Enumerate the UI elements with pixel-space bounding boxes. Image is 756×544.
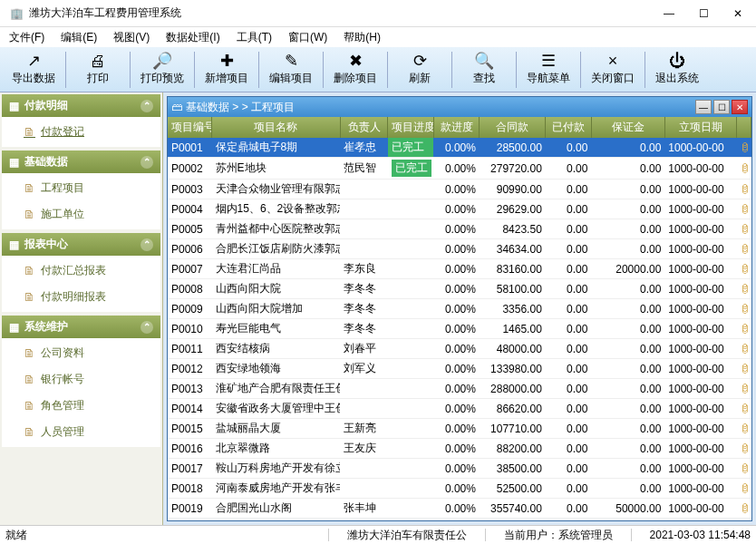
sidebar-item[interactable]: 🗎工程项目 — [2, 175, 160, 201]
search-button[interactable]: 🔍查找 — [458, 49, 510, 91]
cell-row-icon[interactable]: 🛢 — [736, 439, 751, 459]
child-maximize-button[interactable]: ☐ — [713, 100, 730, 114]
column-header[interactable]: 项目编号 — [168, 117, 212, 138]
doc-icon: 🗎 — [24, 208, 35, 221]
sidebar-item[interactable]: 🗎施工单位 — [2, 201, 160, 228]
sidebar-item[interactable]: 🗎付款明细报表 — [2, 284, 160, 310]
cell-row-icon[interactable]: 🛢 — [736, 479, 751, 499]
table-row[interactable]: P0016北京翠微路王友庆0.00%88200.000.000.001000-0… — [168, 439, 751, 459]
menu-item[interactable]: 工具(T) — [237, 30, 272, 45]
print-button[interactable]: 🖨打印 — [72, 49, 124, 91]
cell-progress — [388, 199, 434, 219]
column-header[interactable]: 款进度 — [433, 117, 480, 138]
table-row[interactable]: P0002苏州E地块范民智已完工0.00%279720.000.000.0010… — [168, 158, 751, 180]
menu-item[interactable]: 数据处理(I) — [166, 30, 219, 45]
cell-row-icon[interactable]: 🛢 — [736, 239, 751, 259]
table-row[interactable]: P0015盐城丽晶大厦王新亮0.00%107710.000.000.001000… — [168, 419, 751, 439]
sidebar-group-header[interactable]: ▦报表中心⌃ — [2, 233, 160, 256]
cell-contract-amount: 28500.00 — [480, 138, 546, 158]
table-row[interactable]: P0020潍坊特钢厂张丰坤0.00%90600.000.000.001000-0… — [168, 519, 751, 521]
table-row[interactable]: P0008山西向阳大院李冬冬0.00%58100.000.000.001000-… — [168, 279, 751, 299]
child-minimize-button[interactable]: — — [695, 100, 712, 114]
refresh-button[interactable]: ⟳刷新 — [393, 49, 446, 91]
column-header[interactable]: 项目进度 — [388, 117, 434, 138]
column-header[interactable] — [736, 117, 751, 138]
cell-progress: 已完工 — [388, 158, 434, 180]
cell-row-icon[interactable]: 🛢 — [736, 499, 751, 519]
sidebar-item[interactable]: 🗎银行帐号 — [2, 366, 160, 393]
cell-id: P0020 — [168, 519, 212, 521]
cell-row-icon[interactable]: 🛢 — [736, 459, 751, 479]
menu-item[interactable]: 编辑(E) — [61, 30, 97, 45]
cell-row-icon[interactable]: 🛢 — [736, 279, 751, 299]
table-row[interactable]: P0017鞍山万科房地产开发有徐立伟0.00%38500.000.000.001… — [168, 459, 751, 479]
print-preview-button[interactable]: 🔎打印预览 — [136, 49, 189, 91]
sidebar-group-header[interactable]: ▦付款明细⌃ — [2, 94, 160, 117]
column-header[interactable]: 已付款 — [546, 117, 592, 138]
sidebar-item[interactable]: 🗎角色管理 — [2, 393, 160, 419]
table-row[interactable]: P0005青州益都中心医院整改郭志广0.00%8423.500.000.0010… — [168, 219, 751, 239]
table-row[interactable]: P0001保定鼎城电子8期崔孝忠已完工0.00%28500.000.000.00… — [168, 138, 751, 158]
close-window-button[interactable]: ×关闭窗口 — [586, 49, 639, 91]
cell-row-icon[interactable]: 🛢 — [736, 519, 751, 521]
nav-menu-button[interactable]: ☰导航菜单 — [522, 49, 575, 91]
sidebar-item[interactable]: 🗎人员管理 — [2, 419, 160, 445]
collapse-icon[interactable]: ⌃ — [141, 321, 153, 334]
cell-id: P0017 — [168, 459, 212, 479]
cell-row-icon[interactable]: 🛢 — [736, 359, 751, 379]
cell-row-icon[interactable]: 🛢 — [736, 339, 751, 359]
cell-row-icon[interactable]: 🛢 — [736, 379, 751, 399]
data-grid[interactable]: 项目编号项目名称负责人项目进度款进度合同款已付款保证金立项日期P0001保定鼎城… — [168, 117, 751, 520]
cell-row-icon[interactable]: 🛢 — [736, 219, 751, 239]
exit-system-button[interactable]: ⏻退出系统 — [651, 49, 703, 91]
table-row[interactable]: P0007大连君汇尚品李东良0.00%83160.000.0020000.001… — [168, 259, 751, 279]
column-header[interactable]: 立项日期 — [664, 117, 736, 138]
collapse-icon[interactable]: ⌃ — [141, 100, 153, 112]
menu-item[interactable]: 文件(F) — [9, 30, 44, 45]
sidebar-item[interactable]: 🗎付款登记 — [2, 119, 160, 145]
table-row[interactable]: P0006合肥长江饭店刷防火漆郭志广0.00%34634.000.000.001… — [168, 239, 751, 259]
cell-row-icon[interactable]: 🛢 — [736, 180, 751, 199]
table-row[interactable]: P0009山西向阳大院增加李冬冬0.00%3356.000.000.001000… — [168, 299, 751, 319]
cell-row-icon[interactable]: 🛢 — [736, 158, 751, 180]
table-row[interactable]: P0004烟内15、6、2设备整改郭志广0.00%29629.000.000.0… — [168, 199, 751, 219]
child-close-button[interactable]: ✕ — [732, 100, 748, 114]
table-row[interactable]: P0010寿光巨能电气李冬冬0.00%1465.000.000.001000-0… — [168, 319, 751, 339]
add-project-button[interactable]: ✚新增项目 — [200, 49, 253, 91]
cell-row-icon[interactable]: 🛢 — [736, 299, 751, 319]
column-header[interactable]: 合同款 — [480, 117, 546, 138]
column-header[interactable]: 项目名称 — [212, 117, 341, 138]
table-row[interactable]: P0014安徽省政务大厦管理中王创翰0.00%86620.000.000.001… — [168, 399, 751, 419]
tool-label: 刷新 — [409, 71, 431, 86]
menu-item[interactable]: 窗口(W) — [288, 30, 327, 45]
cell-row-icon[interactable]: 🛢 — [736, 319, 751, 339]
edit-project-button[interactable]: ✎编辑项目 — [265, 49, 317, 91]
collapse-icon[interactable]: ⌃ — [141, 156, 153, 169]
table-row[interactable]: P0011西安结核病刘春平0.00%48000.000.000.001000-0… — [168, 339, 751, 359]
menu-item[interactable]: 视图(V) — [113, 30, 150, 45]
collapse-icon[interactable]: ⌃ — [141, 238, 153, 251]
sidebar-item[interactable]: 🗎付款汇总报表 — [2, 257, 160, 284]
sidebar-group-header[interactable]: ▦基础数据⌃ — [2, 151, 160, 173]
cell-row-icon[interactable]: 🛢 — [736, 399, 751, 419]
menu-item[interactable]: 帮助(H) — [344, 30, 381, 45]
cell-row-icon[interactable]: 🛢 — [736, 419, 751, 439]
cell-row-icon[interactable]: 🛢 — [736, 199, 751, 219]
table-row[interactable]: P0012西安绿地领海刘军义0.00%133980.000.000.001000… — [168, 359, 751, 379]
sidebar-group-header[interactable]: ▦系统维护⌃ — [2, 316, 160, 338]
column-header[interactable]: 保证金 — [591, 117, 664, 138]
statusbar: 就绪 潍坊大洋泊车有限责任公 当前用户：系统管理员 2021-03-03 11:… — [0, 525, 756, 544]
table-row[interactable]: P0018河南泰威房地产开发有张丰坤0.00%52500.000.000.001… — [168, 479, 751, 499]
maximize-button[interactable]: ☐ — [694, 7, 712, 20]
cell-row-icon[interactable]: 🛢 — [736, 138, 751, 158]
minimize-button[interactable]: — — [660, 7, 678, 20]
table-row[interactable]: P0003天津合众物业管理有限郭志广0.00%90990.000.000.001… — [168, 180, 751, 199]
cell-row-icon[interactable]: 🛢 — [736, 259, 751, 279]
close-button[interactable]: ✕ — [729, 7, 747, 20]
sidebar-item[interactable]: 🗎公司资料 — [2, 340, 160, 366]
column-header[interactable]: 负责人 — [340, 117, 388, 138]
table-row[interactable]: P0019合肥国光山水阁张丰坤0.00%355740.000.0050000.0… — [168, 499, 751, 519]
delete-project-button[interactable]: ✖删除项目 — [329, 49, 382, 91]
table-row[interactable]: P0013淮矿地产合肥有限责任王创翰0.00%288000.000.000.00… — [168, 379, 751, 399]
export-data-button[interactable]: ↗导出数据 — [7, 49, 60, 91]
